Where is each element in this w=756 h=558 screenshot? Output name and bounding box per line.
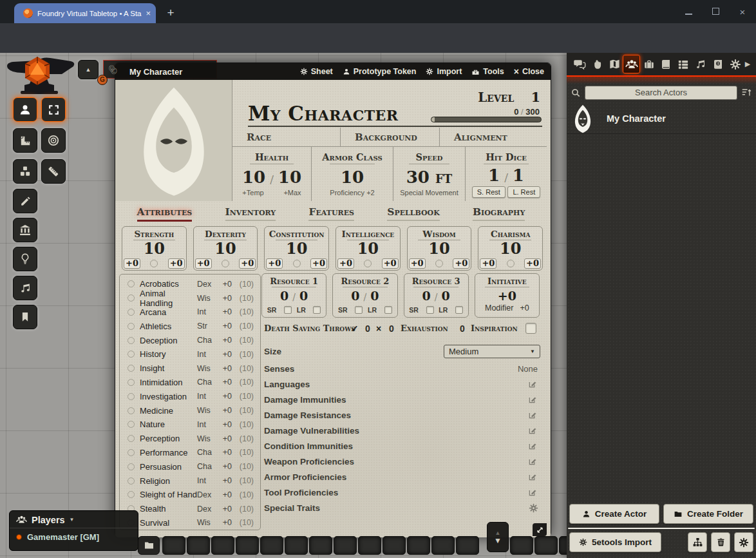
long-rest-button[interactable]: L. Rest: [507, 186, 540, 198]
edit-icon[interactable]: [528, 457, 537, 466]
tab-actors[interactable]: [623, 55, 640, 73]
tab-compendium[interactable]: [710, 55, 727, 73]
skill-name[interactable]: Survival: [140, 518, 197, 528]
ability-score[interactable]: 10: [122, 240, 186, 257]
ability-save-bonus[interactable]: +0: [239, 258, 256, 269]
sr-checkbox[interactable]: [355, 306, 363, 314]
tab-journal[interactable]: [657, 55, 675, 73]
delete-button[interactable]: [711, 532, 730, 552]
save-proficiency-radio[interactable]: [293, 260, 301, 267]
skill-proficiency-radio[interactable]: [128, 280, 135, 287]
window-close-button[interactable]: ×: [729, 6, 756, 17]
macro-slot[interactable]: [431, 536, 455, 555]
lr-checkbox[interactable]: [384, 306, 392, 314]
tab-items[interactable]: [640, 55, 657, 73]
macro-slot[interactable]: [309, 536, 332, 555]
hp-tempmax-field[interactable]: +Max: [283, 189, 301, 197]
skill-proficiency-radio[interactable]: [128, 421, 135, 428]
window-minimize-button[interactable]: [675, 6, 702, 17]
ability-label[interactable]: Strength: [122, 229, 186, 239]
token-controls-button[interactable]: [13, 97, 37, 122]
ability-score[interactable]: 10: [478, 240, 542, 257]
notes-controls-button[interactable]: [13, 305, 37, 329]
alignment-field[interactable]: Alignment: [440, 128, 547, 146]
xp-counter[interactable]: 0 / 300: [514, 107, 540, 117]
ability-label[interactable]: Dexterity: [194, 229, 258, 239]
death-success-value[interactable]: 0: [365, 323, 370, 334]
skill-proficiency-radio[interactable]: [128, 393, 135, 400]
ruler-tool-button[interactable]: [41, 159, 66, 184]
ability-label[interactable]: Constitution: [265, 229, 328, 239]
hp-max[interactable]: 10: [278, 168, 301, 187]
hotbar-page-button[interactable]: ▲ ▼: [487, 522, 509, 552]
lr-checkbox[interactable]: [455, 306, 463, 314]
macro-slot[interactable]: [534, 536, 558, 555]
resource-value[interactable]: 0: [422, 289, 431, 303]
background-field[interactable]: Background: [341, 128, 440, 146]
ability-label[interactable]: Intelligence: [336, 229, 400, 239]
edit-icon[interactable]: [528, 472, 537, 481]
import-button[interactable]: Import: [426, 67, 462, 76]
macro-slot[interactable]: [456, 536, 479, 555]
sitemap-button[interactable]: [688, 532, 707, 552]
edit-icon[interactable]: [528, 441, 537, 450]
tile-controls-button[interactable]: [13, 159, 37, 184]
short-rest-button[interactable]: S. Rest: [472, 186, 506, 198]
skill-proficiency-radio[interactable]: [128, 491, 135, 498]
macro-slot[interactable]: [211, 536, 234, 555]
save-proficiency-radio[interactable]: [435, 260, 443, 267]
macro-slot[interactable]: [236, 536, 259, 555]
ability-score[interactable]: 10: [336, 240, 400, 257]
target-tool-button[interactable]: [41, 128, 66, 153]
drawing-controls-button[interactable]: [13, 189, 37, 213]
edit-icon[interactable]: [528, 380, 537, 389]
skill-name[interactable]: Stealth: [140, 504, 197, 514]
skill-name[interactable]: Religion: [140, 476, 197, 486]
settings-button[interactable]: [734, 532, 753, 552]
actor-list-item[interactable]: My Character: [567, 103, 756, 134]
skill-name[interactable]: Arcana: [140, 307, 197, 317]
resource-value[interactable]: 0: [351, 289, 359, 303]
skill-proficiency-radio[interactable]: [128, 294, 135, 302]
macro-slot[interactable]: [407, 536, 430, 555]
level-value[interactable]: 1: [531, 89, 540, 105]
create-folder-button[interactable]: Create Folder: [663, 504, 753, 524]
macro-folder-button[interactable]: [138, 536, 160, 555]
wall-controls-button[interactable]: [13, 218, 37, 242]
save-proficiency-radio[interactable]: [507, 260, 515, 267]
ability-save-bonus[interactable]: +0: [524, 258, 541, 269]
resource-label[interactable]: Resource 3: [404, 276, 468, 286]
tab-playlists[interactable]: [692, 55, 710, 73]
ability-score[interactable]: 10: [265, 240, 328, 257]
save-proficiency-radio[interactable]: [222, 260, 229, 267]
5etools-import-button[interactable]: 5etools Import: [569, 532, 661, 552]
sheet-tab[interactable]: Features: [308, 206, 354, 221]
ability-save-bonus[interactable]: +0: [453, 258, 469, 269]
select-tool-button[interactable]: [41, 97, 66, 122]
macro-slot[interactable]: [187, 536, 210, 555]
skill-proficiency-radio[interactable]: [128, 379, 135, 386]
character-portrait[interactable]: .hoodbody{fill:#efede1}.hoodface{fill:#c…: [115, 80, 232, 201]
speed-value[interactable]: 30 ft: [406, 168, 452, 187]
exhaustion-value[interactable]: 0: [460, 323, 465, 334]
edit-icon[interactable]: [528, 426, 537, 435]
skill-name[interactable]: History: [140, 349, 197, 359]
character-name[interactable]: My Character: [248, 102, 399, 125]
lighting-controls-button[interactable]: [13, 247, 37, 271]
inspiration-checkbox[interactable]: [525, 323, 536, 334]
initiative-modifier-value[interactable]: +0: [520, 303, 529, 313]
sidebar-collapse-button[interactable]: ▶: [744, 60, 751, 68]
tools-button[interactable]: Tools: [471, 67, 504, 76]
actor-avatar[interactable]: [568, 104, 598, 133]
ability-label[interactable]: Charisma: [478, 229, 542, 239]
tab-settings[interactable]: [726, 55, 744, 73]
browser-tab[interactable]: Foundry Virtual Tabletop • A Stan ×: [14, 3, 156, 23]
skill-name[interactable]: Persuasion: [140, 462, 197, 472]
special-movement-button[interactable]: Special Movement: [400, 189, 458, 197]
window-resize-handle[interactable]: [533, 523, 547, 536]
resource-max[interactable]: 0: [441, 289, 449, 303]
sheet-config-button[interactable]: Sheet: [300, 67, 333, 76]
sr-checkbox[interactable]: [284, 306, 292, 314]
ac-value[interactable]: 10: [341, 168, 364, 187]
skill-proficiency-radio[interactable]: [128, 309, 135, 316]
